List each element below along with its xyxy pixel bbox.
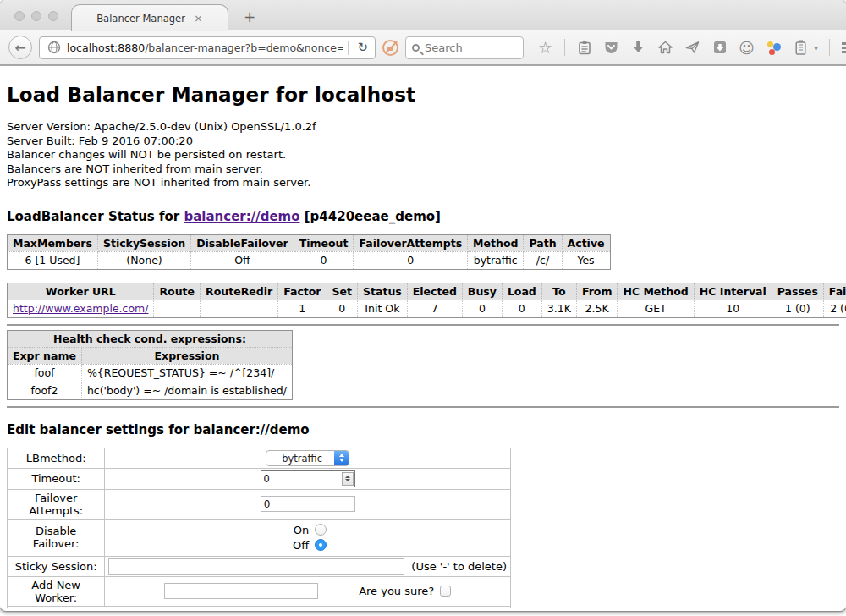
- health-check-table: Health check cond. expressions: Expr nam…: [7, 330, 293, 400]
- col-factor: Factor: [278, 283, 327, 300]
- download-icon[interactable]: [630, 40, 646, 56]
- timeout-label: Timeout:: [8, 468, 105, 489]
- cell-elected: 7: [407, 300, 462, 317]
- menu-hamburger-icon[interactable]: [841, 40, 846, 56]
- tab-balancer-manager[interactable]: Balancer Manager ×: [71, 4, 228, 31]
- lbmethod-select[interactable]: bytraffic: [266, 450, 349, 466]
- form-row-failover: Failover Attempts:: [8, 489, 511, 519]
- edit-balancer-form: LBmethod: bytraffic Timeout:: [7, 448, 511, 608]
- col-route: Route: [154, 283, 201, 300]
- table-header-row: Expr name Expression: [8, 347, 293, 364]
- col-expression: Expression: [81, 347, 292, 364]
- cell-timeout: 0: [294, 251, 354, 269]
- col-status: Status: [358, 283, 408, 300]
- table-header-row: Worker URL Route RouteRedir Factor Set S…: [8, 283, 846, 300]
- close-window-button[interactable]: [14, 11, 25, 21]
- timeout-input-wrap: [261, 470, 355, 487]
- col-elected: Elected: [407, 283, 462, 300]
- cell-disablefailover: Off: [191, 251, 294, 269]
- add-worker-label: Add New Worker:: [8, 576, 105, 606]
- col-from: From: [576, 283, 618, 300]
- radio-on-label: On: [288, 524, 309, 536]
- col-to: To: [541, 283, 576, 300]
- new-tab-button[interactable]: +: [239, 8, 261, 27]
- battery-icon[interactable]: [793, 40, 809, 56]
- col-busy: Busy: [462, 283, 502, 300]
- navigation-toolbar: ← localhost:8880/balancer-manager?b=demo…: [0, 30, 846, 66]
- cell-to: 3.1K: [541, 300, 576, 317]
- col-method: Method: [468, 234, 524, 251]
- col-load: Load: [502, 283, 541, 300]
- form-row-lbmethod: LBmethod: bytraffic: [8, 448, 511, 468]
- sticky-session-input[interactable]: [108, 558, 404, 575]
- col-expr-name: Expr name: [8, 347, 82, 364]
- cell-maxmembers: 6 [1 Used]: [8, 251, 98, 269]
- lbmethod-selected-value: bytraffic: [266, 451, 334, 465]
- url-bar[interactable]: localhost:8880/balancer-manager?b=demo&n…: [39, 36, 376, 59]
- balancer-demo-link[interactable]: balancer://demo: [184, 209, 299, 224]
- failover-attempts-input[interactable]: [261, 496, 355, 512]
- cell-expression: hc('body') =~ /domain is established/: [81, 382, 292, 399]
- are-you-sure-label: Are you sure?: [359, 585, 434, 597]
- url-path: /balancer-manager?b=demo&nonce=decc37be-…: [145, 41, 343, 54]
- bookmark-star-icon[interactable]: ☆: [537, 40, 553, 56]
- worker-url-link[interactable]: http://www.example.com/: [13, 302, 148, 315]
- col-passes: Passes: [772, 283, 823, 300]
- col-timeout: Timeout: [294, 234, 354, 251]
- radio-off[interactable]: [315, 539, 327, 551]
- cell-path: /c/: [524, 251, 562, 269]
- col-hc-interval: HC Interval: [694, 283, 772, 300]
- are-you-sure-checkbox[interactable]: [440, 586, 451, 597]
- search-bar[interactable]: Search: [405, 36, 524, 59]
- clipboard-icon[interactable]: [576, 40, 592, 56]
- share-plane-icon[interactable]: [684, 40, 700, 56]
- col-path: Path: [524, 234, 562, 251]
- extension-download-icon[interactable]: [711, 40, 728, 56]
- col-stickysession: StickySession: [97, 234, 190, 251]
- back-button[interactable]: ←: [8, 36, 32, 59]
- timeout-input[interactable]: [261, 472, 342, 486]
- col-worker-url: Worker URL: [8, 283, 154, 300]
- pocket-icon[interactable]: [603, 40, 619, 56]
- section-divider: [7, 406, 839, 408]
- window-controls[interactable]: [14, 11, 58, 21]
- cell-expression: %{REQUEST_STATUS} =~ /^[234]/: [81, 364, 292, 382]
- url-text[interactable]: localhost:8880/balancer-manager?b=demo&n…: [67, 41, 343, 54]
- cell-method: bytraffic: [468, 251, 524, 269]
- cell-load: 0: [502, 300, 541, 317]
- inherit-note-line: Balancers are NOT inherited from main se…: [7, 162, 839, 177]
- back-arrow-icon: ←: [14, 40, 25, 56]
- radio-on[interactable]: [315, 524, 327, 536]
- col-routeredir: RouteRedir: [201, 283, 278, 300]
- cell-passes: 1 (0): [772, 300, 823, 317]
- home-icon[interactable]: [657, 40, 673, 56]
- cell-worker-url: http://www.example.com/: [8, 300, 154, 317]
- chat-smiley-icon[interactable]: ☺: [739, 40, 755, 56]
- cell-stickysession: (None): [97, 251, 190, 269]
- reload-icon[interactable]: ↻: [354, 40, 371, 55]
- cell-expr-name: foof: [8, 364, 82, 382]
- number-spinner-icon[interactable]: [342, 472, 354, 486]
- status-heading-suffix: [p4420eeae_demo]: [300, 209, 441, 224]
- failover-attempts-label: Failover Attempts:: [8, 489, 105, 519]
- form-row-submit: Submit: [8, 606, 511, 608]
- blocked-content-icon[interactable]: [382, 40, 398, 56]
- server-info: Server Version: Apache/2.5.0-dev (Unix) …: [7, 120, 839, 190]
- select-stepper-icon: [334, 451, 349, 465]
- browser-window: Balancer Manager × + ← localhost:8880/ba…: [0, 0, 846, 611]
- cell-route: [154, 300, 201, 317]
- col-disablefailover: DisableFailover: [191, 234, 294, 251]
- zoom-window-button[interactable]: [48, 11, 58, 21]
- minimize-window-button[interactable]: [31, 11, 41, 21]
- globe-icon: [46, 40, 62, 56]
- table-title-row: Health check cond. expressions:: [8, 330, 293, 347]
- add-worker-input[interactable]: [164, 583, 318, 599]
- page-content: Load Balancer Manager for localhost Serv…: [0, 66, 846, 608]
- cell-expr-name: foof2: [8, 382, 82, 399]
- colored-dots-icon[interactable]: [766, 40, 782, 56]
- overflow-caret-icon[interactable]: ▾: [814, 43, 818, 52]
- status-heading-prefix: LoadBalancer Status for: [7, 209, 184, 224]
- tab-close-icon[interactable]: ×: [194, 13, 203, 24]
- cell-active: Yes: [562, 251, 610, 269]
- form-row-add-worker: Add New Worker: Are you sure?: [8, 576, 511, 606]
